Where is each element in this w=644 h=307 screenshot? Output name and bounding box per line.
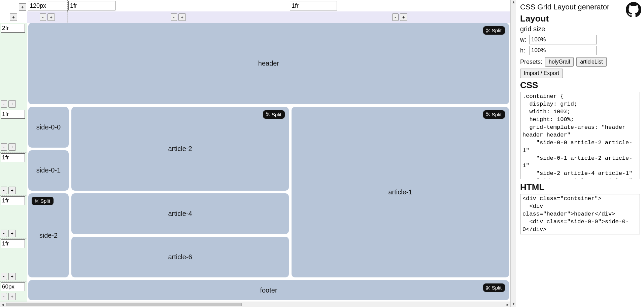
row-size-input-5[interactable]	[1, 282, 25, 291]
column-track-controls: + - + - + - +	[0, 11, 510, 23]
row-4-remove-button[interactable]: -	[1, 273, 7, 280]
scroll-right-arrow-icon[interactable]: ►	[505, 303, 510, 307]
horizontal-scrollbar[interactable]: ◄ ►	[0, 302, 510, 307]
grid-area-side-0-0[interactable]: side-0-0	[28, 107, 69, 148]
width-label: w:	[520, 36, 528, 43]
column-1-add-button[interactable]: +	[178, 13, 186, 21]
row-size-input-4[interactable]	[1, 239, 25, 248]
grid-area-article-2[interactable]: article-2 Split	[71, 107, 289, 191]
svg-point-16	[486, 286, 488, 287]
row-4-add-button[interactable]: +	[8, 273, 16, 280]
add-row-top-button[interactable]: +	[10, 13, 17, 21]
svg-point-5	[35, 202, 36, 203]
column-size-input-2[interactable]	[290, 1, 337, 10]
row-size-input-1[interactable]	[1, 110, 25, 119]
grid-area-side-0-1[interactable]: side-0-1	[28, 150, 69, 191]
svg-point-0	[486, 29, 488, 30]
row-gutter: - + - + - +	[0, 23, 27, 302]
row-0-remove-button[interactable]: -	[1, 100, 7, 108]
grid-size-label: grid size	[520, 25, 640, 33]
grid-area-label: header	[258, 60, 279, 67]
github-link[interactable]	[626, 2, 641, 17]
row-3-remove-button[interactable]: -	[1, 230, 7, 237]
grid-area-footer[interactable]: footer Split	[28, 280, 509, 300]
scroll-down-arrow-icon[interactable]: ▼	[512, 302, 515, 307]
column-header-1	[67, 0, 289, 11]
row-0-add-button[interactable]: +	[8, 100, 16, 108]
column-size-input-1[interactable]	[68, 1, 115, 10]
grid-area-article-4[interactable]: article-4	[71, 193, 289, 234]
side-panel: CSS Grid Layout generator Layout grid si…	[516, 0, 644, 307]
column-0-add-button[interactable]: +	[47, 13, 55, 21]
presets-label: Presets:	[520, 59, 542, 66]
split-button-header[interactable]: Split	[483, 26, 505, 35]
height-input[interactable]	[530, 46, 597, 55]
vertical-scrollbar[interactable]: ▲ ▼	[511, 0, 516, 307]
scissors-icon	[486, 285, 490, 290]
grid-area-article-1[interactable]: article-1 Split	[292, 107, 509, 277]
column-2-remove-button[interactable]: -	[392, 13, 399, 21]
layout-heading: Layout	[520, 13, 640, 24]
scissors-icon	[486, 112, 490, 117]
add-corner-button[interactable]: +	[19, 3, 26, 11]
row-1-add-button[interactable]: +	[8, 143, 16, 151]
row-2-add-button[interactable]: +	[8, 187, 16, 194]
height-label: h:	[520, 47, 528, 54]
grid-area-label: side-2	[39, 232, 58, 239]
horizontal-scroll-thumb[interactable]	[6, 303, 242, 306]
grid-area-label: article-2	[168, 145, 192, 153]
grid-area-label: side-0-0	[36, 123, 61, 131]
grid-area-label: article-1	[388, 188, 412, 196]
split-button-article-1[interactable]: Split	[483, 110, 505, 119]
scissors-icon	[486, 28, 490, 33]
width-input[interactable]	[530, 35, 597, 44]
github-icon	[626, 13, 641, 18]
scroll-up-arrow-icon[interactable]: ▲	[512, 0, 515, 5]
grid-canvas: header Split side-0-0 side-0-1	[27, 23, 510, 302]
preset-articlelist-button[interactable]: articleList	[576, 57, 607, 67]
row-size-input-0[interactable]	[1, 24, 25, 33]
scissors-icon	[34, 199, 39, 203]
split-label: Split	[40, 198, 50, 204]
split-button-article-2[interactable]: Split	[263, 110, 285, 119]
css-output[interactable]	[520, 92, 640, 179]
grid-area-article-6[interactable]: article-6	[71, 237, 289, 277]
svg-point-12	[486, 113, 488, 114]
grid-area-side-2[interactable]: side-2 Split	[28, 193, 69, 277]
split-button-side-2[interactable]: Split	[32, 197, 54, 205]
row-size-input-2[interactable]	[1, 153, 25, 162]
row-3-add-button[interactable]: +	[8, 230, 16, 237]
scroll-left-arrow-icon[interactable]: ◄	[0, 303, 5, 307]
row-5-remove-button[interactable]: -	[1, 293, 7, 300]
column-2-add-button[interactable]: +	[400, 13, 407, 21]
svg-point-1	[486, 31, 488, 32]
row-5-add-button[interactable]: +	[8, 293, 16, 300]
column-header-0	[27, 0, 67, 11]
grid-area-label: article-6	[168, 253, 192, 261]
html-output[interactable]	[520, 194, 640, 234]
app-title: CSS Grid Layout generator	[520, 3, 640, 11]
svg-point-9	[266, 115, 268, 116]
column-1-remove-button[interactable]: -	[171, 13, 177, 21]
column-headers: +	[0, 0, 510, 11]
import-export-button[interactable]: Import / Export	[520, 69, 563, 78]
grid-area-header[interactable]: header Split	[28, 23, 509, 104]
column-0-remove-button[interactable]: -	[40, 13, 46, 21]
svg-point-17	[486, 288, 488, 290]
grid-area-label: side-0-1	[36, 166, 61, 174]
html-heading: HTML	[520, 182, 640, 193]
css-heading: CSS	[520, 80, 640, 90]
preset-holygrail-button[interactable]: holyGrail	[545, 57, 574, 67]
scissors-icon	[266, 112, 270, 117]
corner-cell: +	[0, 0, 27, 11]
grid-area-label: footer	[260, 286, 277, 294]
row-1-remove-button[interactable]: -	[1, 143, 7, 151]
svg-point-13	[486, 115, 488, 116]
split-label: Split	[492, 112, 502, 117]
split-button-footer[interactable]: Split	[483, 283, 505, 292]
row-2-remove-button[interactable]: -	[1, 187, 7, 194]
split-label: Split	[492, 285, 502, 291]
split-label: Split	[272, 112, 281, 117]
row-size-input-3[interactable]	[1, 196, 25, 205]
svg-point-4	[35, 199, 36, 201]
